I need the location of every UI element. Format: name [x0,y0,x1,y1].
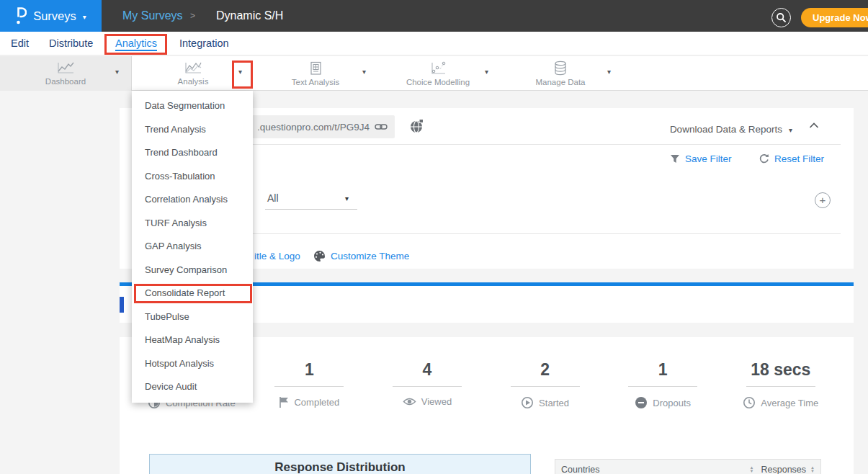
toolbar-label: Analysis [178,77,209,86]
toolbar-manage-data-button[interactable]: Manage Data [499,56,622,91]
text-analysis-dropdown-caret[interactable]: ▾ [362,68,366,76]
stat-underline [628,386,697,387]
edit-title-logo-link[interactable]: itle & Logo [254,247,300,266]
stat-completed: 1 Completed [251,357,369,412]
response-distribution-header: Response Distribution [149,454,531,474]
menu-item-turf-analysis[interactable]: TURF Analysis [132,212,253,236]
stat-value: 1 [251,357,369,382]
survey-url-text: .questionpro.com/t/PG9J4 [257,122,370,133]
reset-filter-button[interactable]: Reset Filter [759,153,824,164]
surveys-product-menu[interactable]: Surveys ▾ [0,0,102,32]
survey-tab-bar: Edit Distribute Analytics Integration [0,32,868,55]
stat-value: 18 secs [722,357,840,382]
stat-label: Average Time [761,398,818,408]
menu-item-tubepulse[interactable]: TubePulse [132,305,253,329]
sort-responses-icon[interactable]: ▲▼ [810,466,815,473]
palette-icon [313,250,326,262]
stat-value: 4 [368,357,486,382]
tab-distribute[interactable]: Distribute [49,32,93,55]
toolbar-choice-modelling-button[interactable]: Choice Modelling [377,56,499,91]
choice-modelling-dropdown-caret[interactable]: ▾ [485,68,488,76]
save-filter-label: Save Filter [685,153,732,164]
toolbar-label: Choice Modelling [406,78,470,86]
search-button[interactable] [771,8,791,27]
clock-icon [743,396,756,409]
scatter-chart-icon [429,61,447,76]
toolbar-label: Text Analysis [292,78,339,86]
play-circle-icon [521,396,534,409]
stat-label: Dropouts [653,398,691,408]
product-label: Surveys [33,9,76,23]
database-icon [552,61,568,76]
add-filter-plus-button[interactable]: + [815,192,831,208]
stat-underline [393,386,462,387]
filter-all-select[interactable]: All ▾ [265,189,357,210]
analytics-toolbar: Dashboard ▾ Analysis ▾ Text Analysis ▾ [0,56,868,91]
manage-data-dropdown-caret[interactable]: ▾ [607,68,611,76]
questionpro-logo-icon [15,6,27,26]
minus-circle-icon [635,396,648,409]
reset-filter-label: Reset Filter [774,153,824,164]
stat-value: 2 [486,357,604,382]
multi-line-chart-icon [184,61,202,75]
countries-column-header[interactable]: Countries [561,465,600,474]
menu-item-survey-comparison[interactable]: Survey Comparison [132,259,253,282]
stat-label: Viewed [421,396,452,407]
save-filter-button[interactable]: Save Filter [670,153,732,164]
stat-label: Started [539,398,569,408]
globe-security-icon[interactable] [409,118,425,134]
text-document-icon [308,61,323,76]
menu-item-hotspot-analysis[interactable]: Hotspot Analysis [132,352,253,376]
response-distribution-title: Response Distribution [274,460,405,474]
stat-started: 2 Started [486,357,604,412]
menu-item-trend-dashboard[interactable]: Trend Dashboard [132,141,253,165]
stat-average-time: 18 secs Average Time [722,357,840,412]
stat-value: 1 [604,357,722,382]
toolbar-analysis-button[interactable]: Analysis [132,56,254,91]
customize-theme-link[interactable]: Customize Theme [331,247,409,266]
download-data-reports-dropdown[interactable]: Download Data & Reports ▾ [670,118,792,140]
tab-edit[interactable]: Edit [11,32,29,55]
toolbar-label: Dashboard [45,77,86,86]
menu-item-gap-analysis[interactable]: GAP Analysis [132,235,253,259]
chevron-down-icon: ▾ [83,13,86,21]
menu-item-cross-tabulation[interactable]: Cross-Tabulation [132,165,253,189]
reset-refresh-icon [759,153,769,164]
toolbar-dashboard-button[interactable]: Dashboard [0,56,132,91]
tab-integration[interactable]: Integration [179,32,229,55]
menu-item-consolidate-report[interactable]: Consolidate Report [132,282,253,305]
filter-all-selected-value: All [265,189,357,207]
search-icon [776,12,787,23]
sort-countries-icon[interactable]: ▲▼ [750,466,754,473]
tab-analytics[interactable]: Analytics [115,32,157,55]
analysis-dropdown-menu: Data Segmentation Trend Analysis Trend D… [132,91,253,403]
eye-icon [403,397,416,406]
toolbar-text-analysis-button[interactable]: Text Analysis [254,56,377,91]
menu-item-heatmap-analysis[interactable]: HeatMap Analysis [132,328,253,352]
stat-dropouts: 1 Dropouts [604,357,722,412]
dashboard-dropdown-caret[interactable]: ▾ [115,68,119,76]
responses-column-header[interactable]: Responses [761,465,807,474]
line-chart-icon [56,61,75,75]
flag-icon [279,396,289,408]
menu-item-trend-analysis[interactable]: Trend Analysis [132,118,253,142]
link-icon[interactable] [375,122,388,131]
download-data-reports-label: Download Data & Reports [670,124,782,135]
chevron-down-icon: ▾ [789,126,792,134]
filter-funnel-icon [670,154,680,164]
collapse-panel-chevron-up-icon[interactable] [809,122,819,128]
stat-underline [274,386,344,387]
menu-item-data-segmentation[interactable]: Data Segmentation [132,94,253,118]
analysis-dropdown-caret[interactable]: ▾ [238,68,242,76]
stat-label: Completed [294,397,339,408]
section-heading-bar [120,297,124,313]
menu-item-device-audit[interactable]: Device Audit [132,375,253,399]
active-tab-underline [115,50,157,51]
stat-underline [511,386,580,387]
breadcrumb-current-survey: Dynamic S/H [216,0,283,32]
stat-underline [746,386,815,387]
menu-item-correlation-analysis[interactable]: Correlation Analysis [132,188,253,212]
upgrade-now-button[interactable]: Upgrade Now [801,8,868,27]
breadcrumb-separator: > [190,0,195,32]
breadcrumb-my-surveys[interactable]: My Surveys [122,0,183,32]
